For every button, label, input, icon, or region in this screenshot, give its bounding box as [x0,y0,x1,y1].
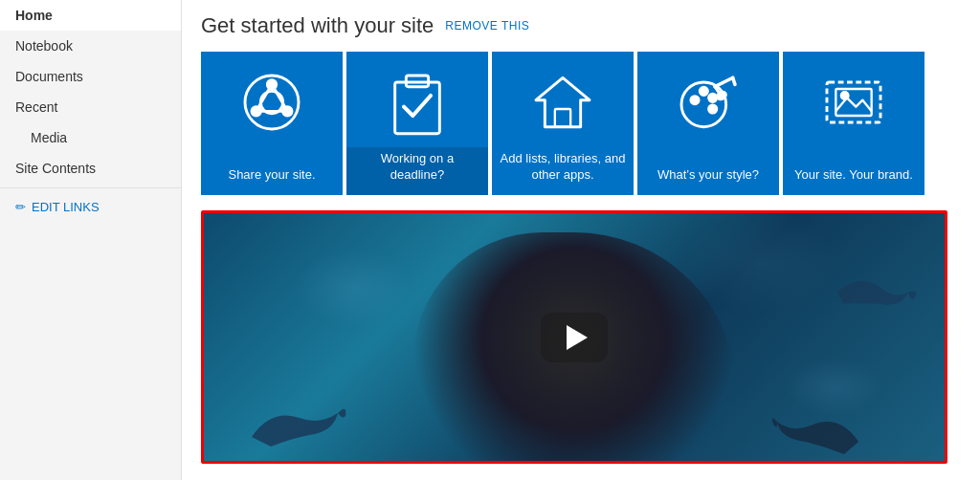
main-content: Get started with your site REMOVE THIS S… [182,0,980,480]
sidebar-item-label: Home [15,8,53,23]
card-style-icon-area [637,52,779,152]
image-icon [820,69,887,136]
sidebar-item-label: Recent [15,99,57,115]
sidebar-item-recent[interactable]: Recent [0,92,181,122]
page-header: Get started with your site REMOVE THIS [201,13,961,38]
svg-line-6 [256,84,272,111]
dolphin-right-icon [772,408,868,456]
sidebar-item-label: Site Contents [15,161,96,176]
svg-point-15 [709,94,717,101]
sidebar: Home Notebook Documents Recent Media Sit… [0,0,182,480]
page-title: Get started with your site [201,13,434,38]
edit-links-button[interactable]: ✏ EDIT LINKS [0,192,181,222]
svg-rect-11 [555,109,570,127]
video-background [204,213,945,461]
svg-marker-10 [536,77,590,126]
sidebar-divider [0,187,181,188]
card-brand[interactable]: Your site. Your brand. [783,52,924,195]
svg-line-18 [733,77,735,84]
play-button[interactable] [541,313,608,362]
card-brand-label: Your site. Your brand. [787,167,921,184]
svg-point-13 [691,96,699,103]
dolphin-left-icon [242,399,347,451]
card-style-label: What’s your style? [650,167,767,184]
sidebar-item-home[interactable]: Home [0,0,181,31]
card-deadline-label: Working on a deadline? [346,151,488,184]
svg-point-14 [700,87,707,95]
play-triangle-icon [567,325,588,350]
svg-line-5 [272,84,287,111]
pencil-icon: ✏ [15,200,26,214]
sidebar-item-media[interactable]: Media [0,122,181,153]
card-apps-icon-area [492,52,634,152]
house-icon [529,69,596,136]
card-style[interactable]: What’s your style? [637,52,779,195]
card-share-icon-area [201,52,343,152]
cards-row: Share your site. Working on a deadline? [201,52,961,195]
card-share-label: Share your site. [220,167,323,184]
share-icon [238,69,305,136]
card-apps[interactable]: Add lists, libraries, and other apps. [492,52,634,195]
sidebar-item-notebook[interactable]: Notebook [0,31,181,61]
card-share[interactable]: Share your site. [201,52,343,195]
card-apps-label: Add lists, libraries, and other apps. [492,151,634,184]
svg-line-17 [715,77,733,86]
card-deadline[interactable]: Working on a deadline? [346,52,488,195]
svg-point-23 [841,92,848,98]
clipboard-icon [384,69,451,136]
sidebar-item-documents[interactable]: Documents [0,61,181,92]
video-container[interactable] [201,210,947,464]
sidebar-item-site-contents[interactable]: Site Contents [0,153,181,184]
sidebar-item-label: Media [31,130,67,145]
card-deadline-icon-area [346,52,488,152]
sidebar-item-label: Notebook [15,38,73,54]
remove-link[interactable]: REMOVE THIS [445,19,529,33]
edit-links-label: EDIT LINKS [32,200,100,214]
card-brand-icon-area [783,52,924,152]
sidebar-item-label: Documents [15,69,83,84]
palette-icon [675,69,742,136]
svg-point-16 [709,104,717,112]
